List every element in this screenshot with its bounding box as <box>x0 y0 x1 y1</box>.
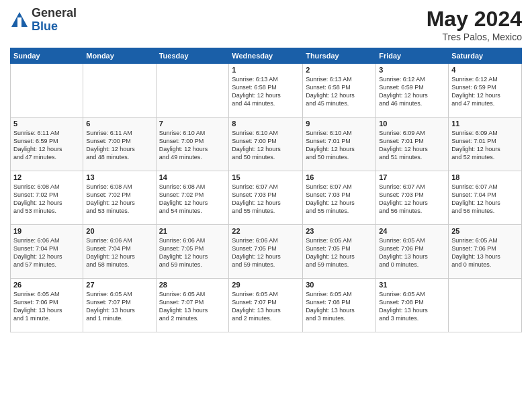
calendar-cell: 1Sunrise: 6:13 AM Sunset: 6:58 PM Daylig… <box>229 64 303 118</box>
day-number: 11 <box>451 120 519 128</box>
day-number: 17 <box>379 173 445 181</box>
calendar-cell: 19Sunrise: 6:06 AM Sunset: 7:04 PM Dayli… <box>11 225 83 279</box>
day-number: 21 <box>159 227 226 235</box>
calendar-cell: 26Sunrise: 6:05 AM Sunset: 7:06 PM Dayli… <box>11 279 83 332</box>
day-info: Sunrise: 6:05 AM Sunset: 7:06 PM Dayligh… <box>451 236 519 269</box>
calendar-cell: 3Sunrise: 6:12 AM Sunset: 6:59 PM Daylig… <box>376 64 449 118</box>
col-saturday: Saturday <box>449 48 522 64</box>
day-info: Sunrise: 6:05 AM Sunset: 7:05 PM Dayligh… <box>306 236 373 269</box>
day-info: Sunrise: 6:05 AM Sunset: 7:06 PM Dayligh… <box>379 236 445 269</box>
calendar-cell: 29Sunrise: 6:05 AM Sunset: 7:07 PM Dayli… <box>229 279 303 332</box>
col-wednesday: Wednesday <box>229 48 303 64</box>
day-info: Sunrise: 6:10 AM Sunset: 7:00 PM Dayligh… <box>159 129 226 162</box>
calendar-cell <box>156 64 229 118</box>
logo-blue: Blue <box>32 20 77 34</box>
day-number: 26 <box>13 281 80 289</box>
day-info: Sunrise: 6:05 AM Sunset: 7:07 PM Dayligh… <box>232 290 300 323</box>
calendar-cell: 23Sunrise: 6:05 AM Sunset: 7:05 PM Dayli… <box>303 225 376 279</box>
day-info: Sunrise: 6:05 AM Sunset: 7:07 PM Dayligh… <box>159 290 226 323</box>
day-number: 15 <box>232 173 300 181</box>
title-block: May 2024 Tres Palos, Mexico <box>427 7 522 42</box>
day-info: Sunrise: 6:05 AM Sunset: 7:08 PM Dayligh… <box>306 290 373 323</box>
day-number: 23 <box>306 227 373 235</box>
calendar-cell: 12Sunrise: 6:08 AM Sunset: 7:02 PM Dayli… <box>11 171 83 225</box>
calendar-cell: 22Sunrise: 6:06 AM Sunset: 7:05 PM Dayli… <box>229 225 303 279</box>
day-number: 28 <box>159 281 226 289</box>
calendar-cell: 4Sunrise: 6:12 AM Sunset: 6:59 PM Daylig… <box>449 64 522 118</box>
logo: General Blue <box>10 7 77 34</box>
calendar-cell: 16Sunrise: 6:07 AM Sunset: 7:03 PM Dayli… <box>303 171 376 225</box>
calendar-cell: 20Sunrise: 6:06 AM Sunset: 7:04 PM Dayli… <box>83 225 156 279</box>
day-number: 27 <box>86 281 152 289</box>
col-friday: Friday <box>376 48 449 64</box>
day-info: Sunrise: 6:06 AM Sunset: 7:05 PM Dayligh… <box>159 236 226 269</box>
day-info: Sunrise: 6:08 AM Sunset: 7:02 PM Dayligh… <box>159 183 226 216</box>
day-number: 12 <box>13 173 80 181</box>
header: General Blue May 2024 Tres Palos, Mexico <box>10 7 522 42</box>
day-info: Sunrise: 6:13 AM Sunset: 6:58 PM Dayligh… <box>306 75 373 108</box>
calendar-cell: 8Sunrise: 6:10 AM Sunset: 7:00 PM Daylig… <box>229 118 303 171</box>
calendar-page: General Blue May 2024 Tres Palos, Mexico… <box>0 0 532 411</box>
day-info: Sunrise: 6:06 AM Sunset: 7:05 PM Dayligh… <box>232 236 300 269</box>
day-number: 13 <box>86 173 152 181</box>
calendar-week-row: 1Sunrise: 6:13 AM Sunset: 6:58 PM Daylig… <box>11 64 522 118</box>
calendar-cell: 30Sunrise: 6:05 AM Sunset: 7:08 PM Dayli… <box>303 279 376 332</box>
calendar-cell: 10Sunrise: 6:09 AM Sunset: 7:01 PM Dayli… <box>376 118 449 171</box>
day-info: Sunrise: 6:07 AM Sunset: 7:04 PM Dayligh… <box>451 183 519 216</box>
day-info: Sunrise: 6:07 AM Sunset: 7:03 PM Dayligh… <box>232 183 300 216</box>
day-number: 4 <box>451 66 519 74</box>
calendar-week-row: 12Sunrise: 6:08 AM Sunset: 7:02 PM Dayli… <box>11 171 522 225</box>
col-monday: Monday <box>83 48 156 64</box>
calendar-cell: 11Sunrise: 6:09 AM Sunset: 7:01 PM Dayli… <box>449 118 522 171</box>
day-number: 29 <box>232 281 300 289</box>
day-info: Sunrise: 6:11 AM Sunset: 7:00 PM Dayligh… <box>86 129 152 162</box>
calendar-week-row: 19Sunrise: 6:06 AM Sunset: 7:04 PM Dayli… <box>11 225 522 279</box>
calendar-cell: 24Sunrise: 6:05 AM Sunset: 7:06 PM Dayli… <box>376 225 449 279</box>
day-number: 20 <box>86 227 152 235</box>
day-number: 24 <box>379 227 445 235</box>
day-number: 9 <box>306 120 373 128</box>
day-info: Sunrise: 6:09 AM Sunset: 7:01 PM Dayligh… <box>379 129 445 162</box>
day-info: Sunrise: 6:09 AM Sunset: 7:01 PM Dayligh… <box>451 129 519 162</box>
month-year-title: May 2024 <box>427 7 522 32</box>
location-subtitle: Tres Palos, Mexico <box>427 32 522 42</box>
calendar-table: Sunday Monday Tuesday Wednesday Thursday… <box>10 48 522 332</box>
calendar-cell: 15Sunrise: 6:07 AM Sunset: 7:03 PM Dayli… <box>229 171 303 225</box>
day-number: 1 <box>232 66 300 74</box>
day-number: 5 <box>13 120 80 128</box>
calendar-cell: 18Sunrise: 6:07 AM Sunset: 7:04 PM Dayli… <box>449 171 522 225</box>
day-number: 2 <box>306 66 373 74</box>
day-info: Sunrise: 6:06 AM Sunset: 7:04 PM Dayligh… <box>86 236 152 269</box>
calendar-cell: 21Sunrise: 6:06 AM Sunset: 7:05 PM Dayli… <box>156 225 229 279</box>
day-number: 19 <box>13 227 80 235</box>
calendar-header-row: Sunday Monday Tuesday Wednesday Thursday… <box>11 48 522 64</box>
calendar-cell <box>83 64 156 118</box>
day-info: Sunrise: 6:05 AM Sunset: 7:08 PM Dayligh… <box>379 290 445 323</box>
day-number: 30 <box>306 281 373 289</box>
day-number: 7 <box>159 120 226 128</box>
calendar-cell: 2Sunrise: 6:13 AM Sunset: 6:58 PM Daylig… <box>303 64 376 118</box>
day-number: 3 <box>379 66 445 74</box>
day-number: 6 <box>86 120 152 128</box>
calendar-cell: 31Sunrise: 6:05 AM Sunset: 7:08 PM Dayli… <box>376 279 449 332</box>
calendar-week-row: 5Sunrise: 6:11 AM Sunset: 6:59 PM Daylig… <box>11 118 522 171</box>
calendar-cell: 14Sunrise: 6:08 AM Sunset: 7:02 PM Dayli… <box>156 171 229 225</box>
day-info: Sunrise: 6:08 AM Sunset: 7:02 PM Dayligh… <box>13 183 80 216</box>
logo-general: General <box>32 7 77 20</box>
day-info: Sunrise: 6:08 AM Sunset: 7:02 PM Dayligh… <box>86 183 152 216</box>
col-sunday: Sunday <box>11 48 83 64</box>
day-info: Sunrise: 6:10 AM Sunset: 7:01 PM Dayligh… <box>306 129 373 162</box>
svg-rect-1 <box>17 17 21 27</box>
day-number: 10 <box>379 120 445 128</box>
day-info: Sunrise: 6:05 AM Sunset: 7:07 PM Dayligh… <box>86 290 152 323</box>
calendar-cell: 17Sunrise: 6:07 AM Sunset: 7:03 PM Dayli… <box>376 171 449 225</box>
logo-icon <box>10 11 29 30</box>
day-number: 22 <box>232 227 300 235</box>
day-info: Sunrise: 6:07 AM Sunset: 7:03 PM Dayligh… <box>379 183 445 216</box>
calendar-cell: 9Sunrise: 6:10 AM Sunset: 7:01 PM Daylig… <box>303 118 376 171</box>
day-info: Sunrise: 6:13 AM Sunset: 6:58 PM Dayligh… <box>232 75 300 108</box>
calendar-cell <box>449 279 522 332</box>
calendar-cell: 13Sunrise: 6:08 AM Sunset: 7:02 PM Dayli… <box>83 171 156 225</box>
day-info: Sunrise: 6:05 AM Sunset: 7:06 PM Dayligh… <box>13 290 80 323</box>
logo-text: General Blue <box>32 7 77 34</box>
